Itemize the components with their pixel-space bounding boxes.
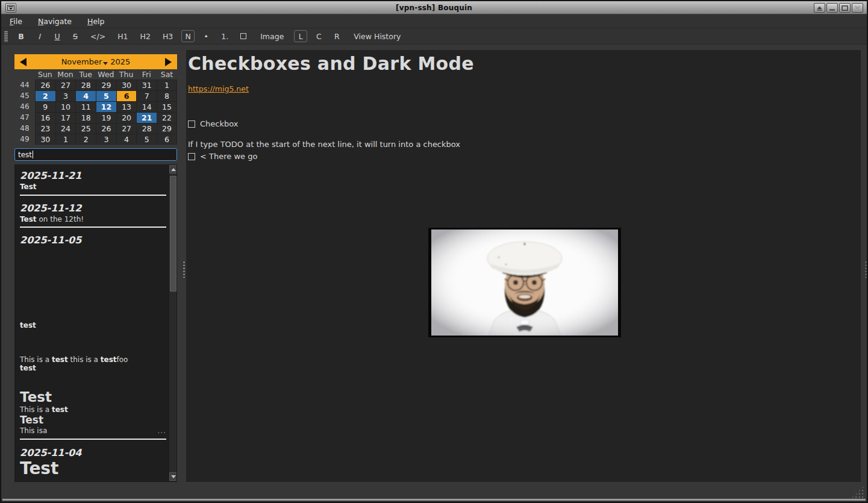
editor-pane[interactable]: Checkboxes and Dark Mode https://mig5.ne… <box>186 50 861 482</box>
shade-button[interactable] <box>814 3 825 13</box>
heading3-button[interactable]: H3 <box>159 30 176 42</box>
calendar-day-1[interactable]: 1 <box>55 134 76 145</box>
menu-help[interactable]: Help <box>87 17 105 26</box>
calendar-day-29[interactable]: 29 <box>96 80 116 90</box>
heading2-button[interactable]: H2 <box>137 30 154 42</box>
calendar-day-26[interactable]: 26 <box>96 123 116 134</box>
toolbar-drag-handle[interactable] <box>4 31 8 42</box>
result-entry-text[interactable]: Test <box>20 458 167 478</box>
calendar-day-18[interactable]: 18 <box>75 112 96 123</box>
calendar-day-15[interactable]: 15 <box>157 101 177 112</box>
calendar-day-13[interactable]: 13 <box>116 101 137 112</box>
align-center-button[interactable]: C <box>312 30 325 42</box>
calendar-day-27[interactable]: 27 <box>116 123 137 134</box>
calendar-day-26[interactable]: 26 <box>35 80 55 90</box>
result-entry-text[interactable]: test <box>20 364 167 373</box>
menu-navigate[interactable]: Navigate <box>38 17 72 26</box>
checkbox-unchecked-icon[interactable] <box>188 120 195 128</box>
calendar-day-3[interactable]: 3 <box>55 90 76 101</box>
page-title: Checkboxes and Dark Mode <box>188 53 861 74</box>
close-button[interactable] <box>852 3 863 13</box>
calendar-day-6[interactable]: 6 <box>157 134 177 145</box>
code-button[interactable]: </> <box>87 30 109 42</box>
italic-button[interactable]: I <box>33 30 46 42</box>
calendar-day-8[interactable]: 8 <box>157 90 177 101</box>
search-input[interactable]: test <box>14 148 177 161</box>
calendar-day-4[interactable]: 4 <box>116 134 137 145</box>
pane-splitter-handle[interactable] <box>183 261 186 278</box>
calendar-day-10[interactable]: 10 <box>55 101 76 112</box>
result-entry-date[interactable]: 2025-11-21 <box>20 170 167 181</box>
scrollbar-down-button[interactable] <box>169 472 177 481</box>
result-entry-text[interactable]: Test <box>20 183 167 192</box>
calendar-day-17[interactable]: 17 <box>55 112 76 123</box>
calendar-day-9[interactable]: 9 <box>35 101 55 112</box>
checkbox-button[interactable] <box>237 30 250 42</box>
minimize-button[interactable] <box>826 3 838 13</box>
calendar-day-31[interactable]: 31 <box>136 80 157 90</box>
calendar-day-23[interactable]: 23 <box>35 123 55 134</box>
underline-button[interactable]: U <box>51 30 64 42</box>
calendar-day-30[interactable]: 30 <box>35 134 55 145</box>
calendar-day-30[interactable]: 30 <box>116 80 137 90</box>
calendar-day-12[interactable]: 12 <box>96 101 116 112</box>
calendar-day-11[interactable]: 11 <box>75 101 96 112</box>
calendar-day-1[interactable]: 1 <box>157 80 177 90</box>
calendar-day-14[interactable]: 14 <box>136 101 157 112</box>
result-entry-text[interactable]: This is a test <box>20 405 167 414</box>
calendar-day-2[interactable]: 2 <box>35 90 55 101</box>
result-entry-text[interactable]: Test on the 12th! <box>20 215 167 224</box>
strikethrough-button[interactable]: S <box>69 30 82 42</box>
calendar-month-select[interactable]: November <box>61 57 108 66</box>
result-entry-date[interactable]: 2025-11-05 <box>20 234 167 246</box>
calendar-day-4[interactable]: 4 <box>75 90 96 101</box>
view-history-button[interactable]: View History <box>348 30 406 42</box>
title-bar[interactable]: [vpn-ssh] Bouquin <box>1 1 867 14</box>
calendar-day-22[interactable]: 22 <box>157 112 177 123</box>
scrollbar-up-button[interactable] <box>169 165 177 173</box>
bullet-list-button[interactable]: • <box>199 30 213 42</box>
calendar-day-6[interactable]: 6 <box>116 90 137 101</box>
calendar-day-5[interactable]: 5 <box>136 134 157 145</box>
normal-text-button[interactable]: N <box>181 30 195 42</box>
calendar-day-28[interactable]: 28 <box>75 80 96 90</box>
result-entry-text[interactable]: This isa... <box>20 426 167 436</box>
calendar-day-19[interactable]: 19 <box>96 112 116 123</box>
result-entry-text[interactable]: Test <box>20 389 167 405</box>
result-entry-text[interactable]: test <box>20 321 167 330</box>
previous-month-arrow-icon[interactable] <box>20 58 27 66</box>
maximize-button[interactable] <box>839 3 851 13</box>
align-right-button[interactable]: R <box>330 30 343 42</box>
mig5-link[interactable]: https://mig5.net <box>188 84 249 93</box>
next-month-arrow-icon[interactable] <box>165 58 172 66</box>
menu-file[interactable]: File <box>10 17 22 26</box>
numbered-list-button[interactable]: 1. <box>217 30 232 42</box>
calendar-day-5[interactable]: 5 <box>96 90 116 101</box>
calendar-day-29[interactable]: 29 <box>157 123 177 134</box>
calendar-day-7[interactable]: 7 <box>136 90 157 101</box>
calendar-day-25[interactable]: 25 <box>75 123 96 134</box>
heading1-button[interactable]: H1 <box>114 30 131 42</box>
calendar-day-24[interactable]: 24 <box>55 123 76 134</box>
calendar-day-21[interactable]: 21 <box>136 112 157 123</box>
result-entry-date[interactable]: 2025-11-12 <box>20 202 167 214</box>
results-scrollbar[interactable] <box>169 165 176 481</box>
calendar-day-28[interactable]: 28 <box>136 123 157 134</box>
bold-button[interactable]: B <box>14 30 28 42</box>
result-entry-text[interactable]: Test <box>20 414 167 426</box>
calendar-day-3[interactable]: 3 <box>96 134 116 145</box>
window-resize-grip[interactable] <box>851 486 864 499</box>
checkbox-unchecked-icon[interactable] <box>188 153 195 160</box>
calendar-day-2[interactable]: 2 <box>75 134 96 145</box>
window-edge-handle[interactable] <box>864 261 867 278</box>
scrollbar-thumb[interactable] <box>170 176 176 292</box>
calendar-day-16[interactable]: 16 <box>35 112 55 123</box>
align-left-button[interactable]: L <box>294 30 307 42</box>
result-entry-text[interactable]: This is a test this is a testfoo <box>20 355 167 364</box>
result-entry-date[interactable]: 2025-11-04 <box>20 447 167 458</box>
calendar-year[interactable]: 2025 <box>110 57 130 66</box>
image-button[interactable]: Image <box>255 30 289 42</box>
calendar-day-27[interactable]: 27 <box>55 80 76 90</box>
day-header-thu: Thu <box>116 69 137 80</box>
calendar-day-20[interactable]: 20 <box>116 112 137 123</box>
